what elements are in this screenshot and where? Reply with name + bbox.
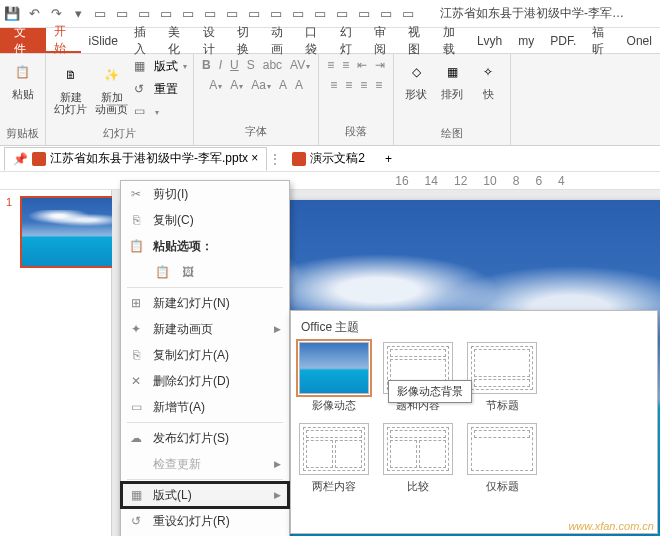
quick-style-button[interactable]: ✧快 xyxy=(472,56,504,102)
tab-design[interactable]: 设计 xyxy=(195,28,229,53)
align-left-button[interactable]: ≡ xyxy=(330,78,337,92)
group-slides: 🗎 新建 幻灯片 ✨ 新加 动画页 ▦版式▾ ↺重置 ▭▾ 幻灯片 xyxy=(46,54,194,145)
tab-onel[interactable]: Onel xyxy=(619,28,660,53)
gallery-title: Office 主题 xyxy=(299,315,649,342)
italic-button[interactable]: I xyxy=(219,58,222,72)
tab-islide[interactable]: iSlide xyxy=(81,28,126,53)
slideshow-icon[interactable]: ▭ xyxy=(92,5,108,23)
tab-file[interactable]: 文件 xyxy=(0,28,46,53)
ctx-del-slide[interactable]: ✕删除幻灯片(D) xyxy=(121,368,289,394)
paste-pic-icon[interactable]: 🖼 xyxy=(179,263,197,281)
tab-insert[interactable]: 插入 xyxy=(126,28,160,53)
slides-panel: 1 xyxy=(0,190,112,536)
layout-section-header[interactable]: 节标题 xyxy=(467,342,537,413)
qat-icon-4[interactable]: ▭ xyxy=(180,5,196,23)
qat-icon-9[interactable]: ▭ xyxy=(290,5,306,23)
group-drawing: ◇形状 ▦排列 ✧快 绘图 xyxy=(394,54,511,145)
layout-sky[interactable]: 影像动态 xyxy=(299,342,369,413)
change-case-button[interactable]: Aa▾ xyxy=(251,78,271,92)
layout-button[interactable]: ▦版式▾ xyxy=(134,58,187,75)
spacing-button[interactable]: AV▾ xyxy=(290,58,310,72)
chevron-right-icon: ▶ xyxy=(274,490,281,500)
align-justify-button[interactable]: ≡ xyxy=(375,78,382,92)
shadow-button[interactable]: abc xyxy=(263,58,282,72)
underline-button[interactable]: U xyxy=(230,58,239,72)
paste-label: 粘贴 xyxy=(12,88,34,100)
tab-animation[interactable]: 动画 xyxy=(263,28,297,53)
ctx-publish[interactable]: ☁发布幻灯片(S) xyxy=(121,425,289,451)
grow-font-button[interactable]: A xyxy=(279,78,287,92)
layout-two-col[interactable]: 两栏内容 xyxy=(299,423,369,494)
qat-icon-8[interactable]: ▭ xyxy=(268,5,284,23)
qat-icon-12[interactable]: ▭ xyxy=(356,5,372,23)
ctx-dup-slide[interactable]: ⎘复制幻灯片(A) xyxy=(121,342,289,368)
indent-inc-button[interactable]: ⇥ xyxy=(375,58,385,72)
qat-icon-3[interactable]: ▭ xyxy=(158,5,174,23)
shrink-font-button[interactable]: A xyxy=(295,78,303,92)
ctx-copy[interactable]: ⎘复制(C) xyxy=(121,207,289,233)
doc-tab-2[interactable]: 演示文稿2 xyxy=(283,147,374,171)
tab-my[interactable]: my xyxy=(510,28,542,53)
paste-keep-icon[interactable]: 📋 xyxy=(153,263,171,281)
window-title: 江苏省如东县于港初级中学-李军… xyxy=(440,5,624,22)
tab-transition[interactable]: 切换 xyxy=(229,28,263,53)
doc-tab-menu-icon[interactable]: ⋮ xyxy=(269,152,281,166)
doc-tab-add[interactable]: + xyxy=(376,147,401,171)
layout-title-only[interactable]: 仅标题 xyxy=(467,423,537,494)
ctx-new-anim[interactable]: ✦新建动画页▶ xyxy=(121,316,289,342)
numbering-button[interactable]: ≡ xyxy=(342,58,349,72)
qat-icon-1[interactable]: ▭ xyxy=(114,5,130,23)
arrange-button[interactable]: ▦排列 xyxy=(436,56,468,102)
qat-more-icon[interactable]: ▾ xyxy=(70,5,86,23)
qat-icon-5[interactable]: ▭ xyxy=(202,5,218,23)
new-slide-button[interactable]: 🗎 新建 幻灯片 xyxy=(52,59,89,117)
ctx-add-section[interactable]: ▭新增节(A) xyxy=(121,394,289,420)
shape-button[interactable]: ◇形状 xyxy=(400,56,432,102)
bold-button[interactable]: B xyxy=(202,58,211,72)
qat-icon-10[interactable]: ▭ xyxy=(312,5,328,23)
new-anim-button[interactable]: ✨ 新加 动画页 xyxy=(93,59,130,117)
tab-addins[interactable]: 加载 xyxy=(435,28,469,53)
tab-lvyh[interactable]: Lvyh xyxy=(469,28,510,53)
tab-fuxin[interactable]: 福昕 xyxy=(584,28,618,53)
tab-start[interactable]: 开始 xyxy=(46,28,80,53)
ctx-reset-slide[interactable]: ↺重设幻灯片(R) xyxy=(121,508,289,534)
qat-icon-2[interactable]: ▭ xyxy=(136,5,152,23)
align-right-button[interactable]: ≡ xyxy=(360,78,367,92)
ctx-cut[interactable]: ✂剪切(I) xyxy=(121,181,289,207)
reset-button[interactable]: ↺重置 xyxy=(134,81,187,98)
delete-icon: ✕ xyxy=(127,372,145,390)
pin-icon: 📌 xyxy=(13,152,28,166)
highlight-button[interactable]: A▾ xyxy=(209,78,222,92)
tab-pdf[interactable]: PDF. xyxy=(542,28,584,53)
doc-tab-1[interactable]: 📌江苏省如东县于港初级中学-李军.pptx × xyxy=(4,147,267,171)
redo-icon[interactable]: ↷ xyxy=(48,5,64,23)
undo-icon[interactable]: ↶ xyxy=(26,5,42,23)
ctx-new-slide[interactable]: ⊞新建幻灯片(N) xyxy=(121,290,289,316)
tab-review[interactable]: 审阅 xyxy=(366,28,400,53)
paste-button[interactable]: 📋 粘贴 xyxy=(7,56,39,102)
qat-icon-13[interactable]: ▭ xyxy=(378,5,394,23)
qat-icon-11[interactable]: ▭ xyxy=(334,5,350,23)
cut-icon: ✂ xyxy=(127,185,145,203)
chevron-right-icon: ▶ xyxy=(274,324,281,334)
duplicate-icon: ⎘ xyxy=(127,346,145,364)
align-center-button[interactable]: ≡ xyxy=(345,78,352,92)
qat-icon-7[interactable]: ▭ xyxy=(246,5,262,23)
tab-view[interactable]: 视图 xyxy=(400,28,434,53)
indent-dec-button[interactable]: ⇤ xyxy=(357,58,367,72)
ribbon-tabs: 文件 开始 iSlide 插入 美化 设计 切换 动画 口袋 幻灯 审阅 视图 … xyxy=(0,28,660,54)
bullets-button[interactable]: ≡ xyxy=(327,58,334,72)
save-icon[interactable]: 💾 xyxy=(4,5,20,23)
strike-button[interactable]: S xyxy=(247,58,255,72)
section-button[interactable]: ▭▾ xyxy=(134,104,187,120)
ctx-layout[interactable]: ▦版式(L)▶ xyxy=(121,482,289,508)
tab-beautify[interactable]: 美化 xyxy=(160,28,194,53)
font-color-button[interactable]: A▾ xyxy=(230,78,243,92)
tab-slideshow[interactable]: 幻灯 xyxy=(332,28,366,53)
qat-icon-6[interactable]: ▭ xyxy=(224,5,240,23)
layout-compare[interactable]: 比较 xyxy=(383,423,453,494)
qat-icon-14[interactable]: ▭ xyxy=(400,5,416,23)
tab-pocket[interactable]: 口袋 xyxy=(297,28,331,53)
slide-thumbnail-1[interactable] xyxy=(20,196,116,268)
